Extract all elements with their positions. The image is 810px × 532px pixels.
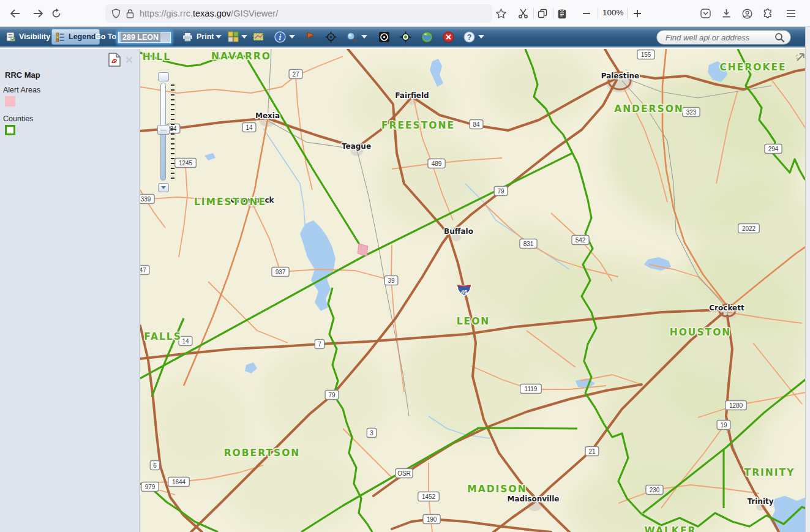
terrain-patch xyxy=(401,324,542,441)
road-shield-number: 1245 xyxy=(179,160,193,167)
search-zoom-caret[interactable] xyxy=(361,27,367,47)
road-shield-number: 1452 xyxy=(422,493,436,500)
county-label: CHEROKEE xyxy=(719,62,786,73)
road-shield-number: 155 xyxy=(641,51,651,58)
county-label: LIMESTONE xyxy=(194,197,266,208)
lock-icon[interactable] xyxy=(126,9,134,18)
help-icon[interactable]: ? xyxy=(463,27,475,47)
road-shield-number: 47 xyxy=(140,267,146,274)
shield-icon[interactable] xyxy=(111,9,121,18)
divider xyxy=(598,8,598,19)
zoom-level[interactable]: 100% xyxy=(602,8,624,17)
export-pdf-icon[interactable] xyxy=(108,53,121,67)
alert-area-marker xyxy=(358,244,368,256)
road-shield-number: 6 xyxy=(153,462,157,469)
map-viewport[interactable]: 1552784148448912453232943394793779831542… xyxy=(140,49,805,532)
globe-icon[interactable] xyxy=(421,27,433,47)
zoom-out-map-button[interactable] xyxy=(158,183,169,192)
account-icon[interactable] xyxy=(738,5,756,22)
help-caret[interactable] xyxy=(478,27,484,47)
road-shield-number: 979 xyxy=(145,484,156,490)
road-shield-number: OSR xyxy=(397,470,411,477)
flag-icon[interactable] xyxy=(305,27,317,47)
road-shield-number: 294 xyxy=(768,146,779,152)
zoom-out-icon[interactable] xyxy=(578,5,595,22)
city-label: Madisonville xyxy=(508,495,560,503)
gps-locate-icon[interactable] xyxy=(400,27,411,47)
county-label: HILL xyxy=(143,51,171,62)
gis-toolbar: Visibility Legend Go To: 289 LEON Print … xyxy=(0,27,810,48)
cut-icon[interactable] xyxy=(514,5,531,22)
browser-scrollbar[interactable] xyxy=(805,27,810,532)
visibility-label: Visibility xyxy=(19,32,50,41)
basemap-gallery-icon[interactable] xyxy=(228,27,239,47)
city-label: Teague xyxy=(342,142,371,151)
browser-chrome: https://gis.rrc.texas.gov/GISViewer/ 100… xyxy=(0,0,810,27)
legend-button[interactable]: Legend xyxy=(51,29,100,45)
close-panel-icon[interactable]: ✕ xyxy=(125,54,133,67)
paste-icon[interactable] xyxy=(553,5,571,22)
download-icon[interactable] xyxy=(718,5,735,22)
road-shield-number: 339 xyxy=(141,196,151,203)
road-shield-number: 831 xyxy=(523,241,534,247)
zoom-ticks xyxy=(171,84,174,179)
url-text: https://gis.rrc.texas.gov/GISViewer/ xyxy=(140,9,278,18)
road-shield-number: 21 xyxy=(588,448,596,455)
extensions-icon[interactable] xyxy=(759,5,776,22)
road-shield-number: 14 xyxy=(182,338,189,345)
county-label: ROBERTSON xyxy=(224,448,301,459)
basemap-caret[interactable] xyxy=(241,27,247,47)
well-search-box[interactable] xyxy=(656,30,791,45)
zoom-in-map-button[interactable] xyxy=(158,72,169,81)
identify-caret[interactable] xyxy=(289,27,295,47)
alert-areas-swatch xyxy=(5,96,15,107)
terrain-patch xyxy=(227,447,361,532)
search-icon[interactable] xyxy=(774,32,785,43)
road-shield-number: 39 xyxy=(388,277,395,284)
goto-value: 289 LEON xyxy=(121,32,160,42)
city-label: Crockett xyxy=(709,304,744,312)
county-label: TRINITY xyxy=(744,467,795,478)
identify-info-icon[interactable]: i xyxy=(274,27,286,47)
counties-swatch xyxy=(5,125,15,135)
measure-icon[interactable] xyxy=(252,27,264,47)
print-button[interactable]: Print xyxy=(179,27,217,47)
road-shield-number: 323 xyxy=(686,109,697,116)
road-shield-number: 1644 xyxy=(172,479,186,485)
road-shield-number: 84 xyxy=(473,121,480,128)
well-search-input[interactable] xyxy=(666,33,774,42)
copy-icon[interactable] xyxy=(534,5,551,22)
county-label: LEON xyxy=(457,316,490,327)
goto-label: Go To: xyxy=(95,27,119,47)
road-shield-number: 542 xyxy=(576,237,586,244)
print-caret[interactable] xyxy=(216,27,222,47)
collapse-arrow-icon[interactable] xyxy=(795,51,805,62)
reload-icon[interactable] xyxy=(48,5,65,22)
crosshair-icon[interactable] xyxy=(325,27,337,47)
extent-icon[interactable] xyxy=(378,27,390,47)
visibility-button[interactable]: Visibility xyxy=(2,27,54,47)
forward-icon[interactable] xyxy=(29,5,47,22)
screen: { "browser": { "url_prefix": "https://gi… xyxy=(0,0,810,532)
zoom-in-icon[interactable] xyxy=(629,5,646,22)
zoom-thumb[interactable] xyxy=(157,125,170,135)
city-label: Mexia xyxy=(255,111,280,120)
print-label: Print xyxy=(197,32,214,41)
road-shield-number: 27 xyxy=(292,71,299,78)
county-label: ANDERSON xyxy=(614,103,684,114)
map-canvas[interactable]: 1552784148448912453232943394793779831542… xyxy=(140,49,805,532)
bookmark-star-icon[interactable] xyxy=(492,5,509,22)
goto-input[interactable]: 289 LEON xyxy=(117,31,172,44)
road-shield-number: 937 xyxy=(276,269,286,275)
terrain-patch xyxy=(484,49,594,122)
county-label: FREESTONE xyxy=(381,120,455,131)
road-shield-number: 79 xyxy=(328,392,336,399)
menu-icon[interactable] xyxy=(782,5,800,22)
url-bar[interactable]: https://gis.rrc.texas.gov/GISViewer/ xyxy=(105,4,492,23)
search-zoom-icon[interactable] xyxy=(346,27,358,47)
interstate-shield-number: 45 xyxy=(461,288,468,295)
pocket-icon[interactable] xyxy=(697,5,714,22)
map-zoom-slider[interactable] xyxy=(157,72,173,192)
clear-selection-icon[interactable] xyxy=(443,27,454,47)
back-icon[interactable] xyxy=(6,5,23,22)
